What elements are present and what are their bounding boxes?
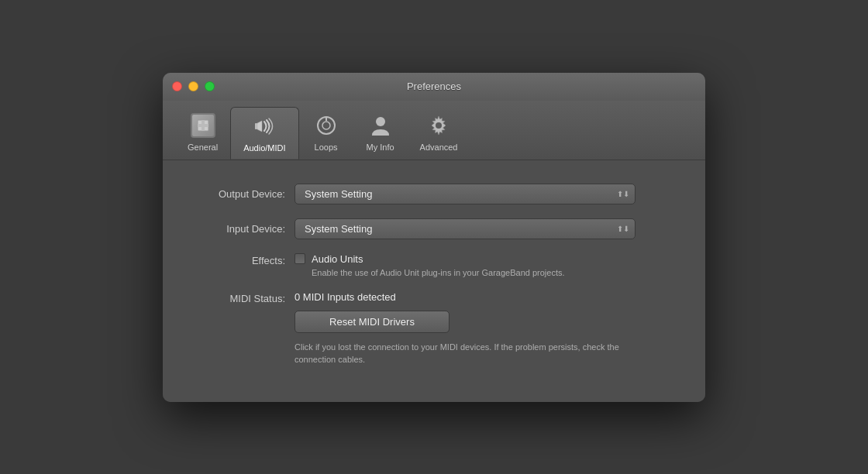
- tab-advanced[interactable]: Advanced: [408, 107, 470, 160]
- svg-point-5: [322, 122, 330, 129]
- reset-midi-drivers-button[interactable]: Reset MIDI Drivers: [294, 311, 450, 333]
- midi-content: 0 MIDI Inputs detected Reset MIDI Driver…: [294, 291, 620, 366]
- tab-general[interactable]: General: [175, 107, 230, 160]
- effects-content: Audio Units Enable the use of Audio Unit…: [294, 253, 565, 277]
- output-device-row: Output Device: System Setting Built-in O…: [194, 184, 674, 204]
- maximize-button[interactable]: [205, 81, 215, 91]
- output-device-select-wrapper: System Setting Built-in Output ⬆⬇: [294, 184, 636, 204]
- toolbar: General Audio/MIDI: [163, 101, 705, 160]
- input-device-row: Input Device: System Setting Built-in In…: [194, 218, 674, 239]
- input-device-select-wrapper: System Setting Built-in Input ⬆⬇: [294, 218, 636, 239]
- myinfo-icon: [367, 112, 394, 139]
- effects-row: Effects: Audio Units Enable the use of A…: [194, 253, 674, 277]
- window-title: Preferences: [407, 81, 461, 92]
- midi-status-value: 0 MIDI Inputs detected: [294, 291, 620, 303]
- loops-icon: [312, 112, 340, 139]
- input-device-select[interactable]: System Setting Built-in Input: [294, 218, 636, 239]
- content-area: Output Device: System Setting Built-in O…: [163, 160, 705, 402]
- general-icon: [189, 112, 217, 139]
- close-button[interactable]: [172, 81, 182, 91]
- midi-helper-text: Click if you lost the connection to your…: [294, 341, 620, 366]
- output-device-label: Output Device:: [194, 188, 294, 200]
- traffic-lights: [172, 81, 215, 91]
- advanced-icon: [425, 112, 453, 139]
- svg-point-9: [436, 122, 442, 129]
- minimize-button[interactable]: [188, 81, 198, 91]
- svg-point-7: [376, 117, 385, 126]
- svg-rect-2: [198, 124, 208, 127]
- midi-row: MIDI Status: 0 MIDI Inputs detected Rese…: [194, 291, 674, 366]
- tab-advanced-label: Advanced: [420, 143, 458, 152]
- effects-label: Effects:: [194, 253, 294, 266]
- audio-units-checkbox-row: Audio Units: [294, 253, 565, 265]
- tab-audio-midi[interactable]: Audio/MIDI: [230, 107, 298, 160]
- tab-loops-label: Loops: [315, 143, 338, 152]
- tab-general-label: General: [188, 143, 218, 152]
- preferences-window: Preferences General: [163, 73, 705, 402]
- audio-units-label: Audio Units: [312, 253, 363, 265]
- tab-my-info-label: My Info: [367, 143, 394, 152]
- audio-units-checkbox[interactable]: [294, 253, 305, 264]
- audio-icon: [250, 112, 278, 140]
- audio-units-helper: Enable the use of Audio Unit plug-ins in…: [312, 268, 565, 277]
- input-device-label: Input Device:: [194, 223, 294, 235]
- svg-rect-3: [255, 123, 257, 129]
- tab-my-info[interactable]: My Info: [353, 107, 408, 160]
- title-bar: Preferences: [163, 73, 705, 101]
- tab-loops[interactable]: Loops: [299, 107, 353, 160]
- tab-audio-midi-label: Audio/MIDI: [243, 143, 285, 153]
- midi-status-label: MIDI Status:: [194, 291, 294, 304]
- output-device-select[interactable]: System Setting Built-in Output: [294, 184, 636, 204]
